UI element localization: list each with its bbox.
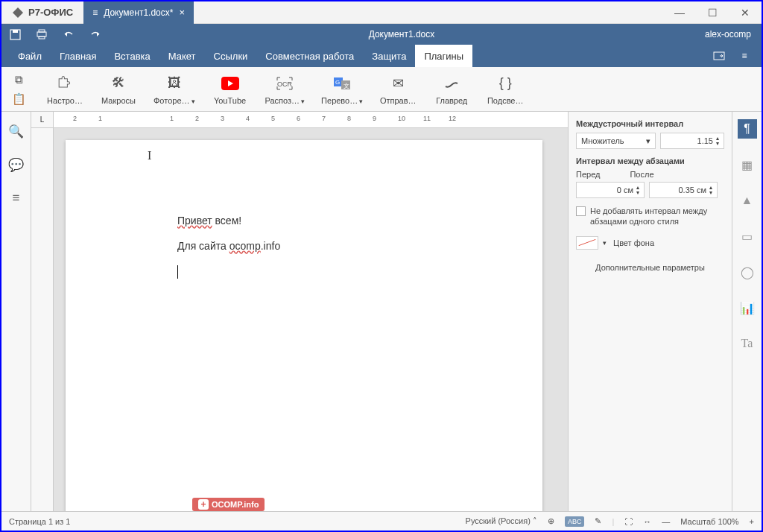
after-label: После <box>630 170 653 179</box>
text-cursor-icon: I <box>148 149 151 162</box>
paragraph-settings-icon[interactable]: ¶ <box>738 119 757 139</box>
fit-page-icon[interactable]: ⛶ <box>624 517 633 526</box>
menu-file[interactable]: Файл <box>9 45 51 67</box>
shape-settings-icon[interactable]: ◯ <box>738 262 757 282</box>
app-logo: Р7-ОФИС <box>1 7 83 19</box>
maximize-button[interactable]: ☐ <box>696 1 729 24</box>
menu-insert[interactable]: Вставка <box>105 45 159 67</box>
doc-line-1[interactable]: Привет всем! <box>177 215 542 227</box>
glavred-button[interactable]: Главред <box>433 74 470 105</box>
titlebar: Р7-ОФИС ≡ Документ1.docx* × — ☐ ✕ <box>1 1 762 24</box>
menu-plugins[interactable]: Плагины <box>415 45 472 67</box>
chevron-down-icon: ▾ <box>603 239 607 247</box>
line-spacing-value-input[interactable]: 1.15▴▾ <box>660 133 724 149</box>
comments-icon[interactable]: 💬 <box>8 157 24 173</box>
print-button[interactable] <box>28 24 55 45</box>
close-tab-icon[interactable]: × <box>179 7 185 18</box>
macros-button[interactable]: 🛠 Макросы <box>100 74 137 105</box>
horizontal-ruler[interactable]: 21 12 34 56 78 910 1112 <box>54 112 568 127</box>
header-footer-icon[interactable]: ▭ <box>738 227 757 246</box>
redo-button[interactable] <box>82 24 109 45</box>
spinner-icon[interactable]: ▴▾ <box>709 185 712 195</box>
menu-bar: Файл Главная Вставка Макет Ссылки Совмес… <box>1 45 762 67</box>
page-status[interactable]: Страница 1 из 1 <box>9 517 70 526</box>
tools-icon: 🛠 <box>112 74 125 93</box>
view-settings-button[interactable]: ≡ <box>732 45 757 67</box>
translate-button[interactable]: G文 Перево…▾ <box>321 74 363 105</box>
page-area[interactable]: I Привет всем! Для сайта ocomp.info + OC… <box>54 128 568 511</box>
left-sidebar: 🔍 💬 ≡ <box>1 112 31 511</box>
plugins-ribbon: ⧉ 📋 Настро… 🛠 Макросы 🖼 Фоторе…▾ YouTube… <box>1 67 762 112</box>
doc-line-3[interactable] <box>177 265 542 281</box>
spellcheck-toggle[interactable]: ABC <box>565 516 585 527</box>
spacing-after-input[interactable]: 0.35 см▴▾ <box>649 182 718 198</box>
menu-home[interactable]: Главная <box>51 45 105 67</box>
document-page[interactable]: I Привет всем! Для сайта ocomp.info + OC… <box>66 140 542 511</box>
menu-collab[interactable]: Совместная работа <box>256 45 363 67</box>
spacing-before-input[interactable]: 0 см▴▾ <box>576 182 645 198</box>
close-window-button[interactable]: ✕ <box>729 1 762 24</box>
youtube-button[interactable]: YouTube <box>212 74 249 105</box>
vertical-ruler[interactable] <box>31 128 54 511</box>
svg-rect-3 <box>37 32 46 37</box>
chart-settings-icon[interactable]: 📊 <box>738 298 757 317</box>
menu-layout[interactable]: Макет <box>159 45 205 67</box>
pipe-icon <box>444 74 459 93</box>
advanced-settings-link[interactable]: Дополнительные параметры <box>576 263 724 272</box>
para-spacing-title: Интервал между абзацами <box>576 156 724 165</box>
zoom-in-button[interactable]: + <box>750 517 754 526</box>
ocr-icon: OCR <box>276 74 293 93</box>
textart-settings-icon[interactable]: Ta <box>738 334 757 353</box>
copy-icon[interactable]: ⧉ <box>15 74 23 86</box>
watermark-badge: + OCOMP.info <box>192 498 265 511</box>
spellcheck-icon[interactable]: ⊕ <box>548 516 554 526</box>
open-location-button[interactable] <box>706 45 732 67</box>
table-settings-icon[interactable]: ▦ <box>738 155 757 174</box>
menu-protect[interactable]: Защита <box>363 45 415 67</box>
photo-editor-button[interactable]: 🖼 Фоторе…▾ <box>153 74 195 105</box>
fit-width-icon[interactable]: ↔ <box>643 517 651 526</box>
spinner-icon[interactable]: ▴▾ <box>716 136 719 146</box>
zoom-level[interactable]: Масштаб 100% <box>680 517 738 526</box>
document-title: Документ1.docx <box>109 29 694 39</box>
doc-line-2[interactable]: Для сайта ocomp.info <box>177 240 542 252</box>
translate-icon: G文 <box>334 74 350 93</box>
svg-marker-0 <box>13 7 23 18</box>
chevron-down-icon: ▾ <box>646 136 650 146</box>
feedback-icon[interactable]: ≡ <box>13 191 20 206</box>
braces-icon: { } <box>499 74 512 93</box>
search-icon[interactable]: 🔍 <box>8 124 24 139</box>
save-button[interactable] <box>1 24 28 45</box>
no-space-checkbox[interactable]: Не добавлять интервал между абзацами одн… <box>576 206 724 227</box>
zoom-out-button[interactable]: — <box>662 517 670 526</box>
user-name[interactable]: alex-ocomp <box>694 29 762 39</box>
minimize-button[interactable]: — <box>663 1 696 24</box>
envelope-icon: ✉ <box>393 74 404 93</box>
quick-access-bar: Документ1.docx alex-ocomp <box>1 24 762 45</box>
plus-icon: + <box>198 499 209 510</box>
image-settings-icon[interactable]: ▲ <box>738 191 757 210</box>
undo-button[interactable] <box>55 24 82 45</box>
ocr-button[interactable]: OCR Распоз…▾ <box>265 74 305 105</box>
document-tab[interactable]: ≡ Документ1.docx* × <box>83 1 194 24</box>
checkbox-icon <box>576 206 586 216</box>
language-selector[interactable]: Русский (Россия) ˄ <box>466 516 537 526</box>
bg-color-swatch[interactable]: ▾ <box>576 236 598 250</box>
plugin-settings-button[interactable]: Настро… <box>46 74 83 105</box>
track-changes-icon[interactable]: ✎ <box>595 516 601 526</box>
line-spacing-mode-select[interactable]: Множитель▾ <box>576 133 656 149</box>
svg-text:G: G <box>335 79 340 86</box>
line-spacing-title: Междустрочный интервал <box>576 119 724 128</box>
paste-icon[interactable]: 📋 <box>12 93 26 105</box>
bg-color-label: Цвет фона <box>613 238 654 247</box>
ruler-corner: L <box>31 112 54 127</box>
svg-rect-5 <box>39 37 45 39</box>
spinner-icon[interactable]: ▴▾ <box>636 185 639 195</box>
svg-text:文: 文 <box>343 83 349 89</box>
menu-references[interactable]: Ссылки <box>205 45 257 67</box>
before-label: Перед <box>576 170 600 179</box>
highlight-button[interactable]: { } Подсве… <box>487 74 524 105</box>
send-button[interactable]: ✉ Отправ… <box>379 74 417 105</box>
right-sidebar: ¶ ▦ ▲ ▭ ◯ 📊 Ta <box>732 112 762 511</box>
status-bar: Страница 1 из 1 Русский (Россия) ˄ ⊕ ABC… <box>1 511 762 531</box>
